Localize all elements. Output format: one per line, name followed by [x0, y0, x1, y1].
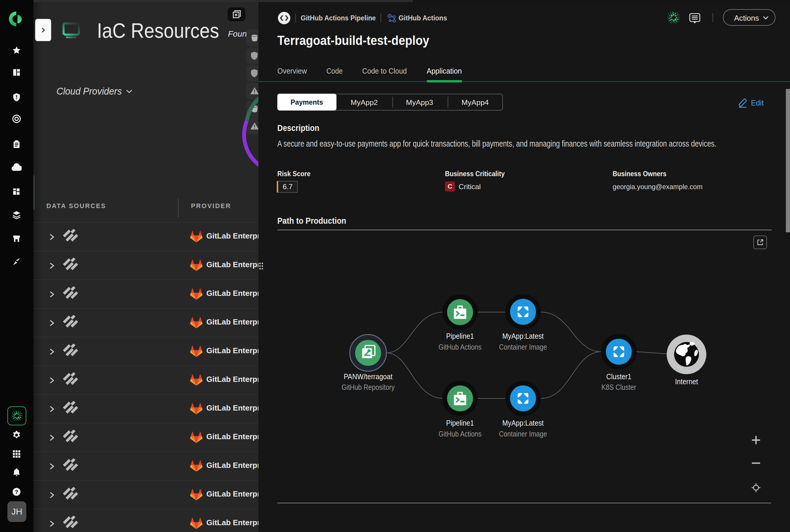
svg-text:?: ? — [15, 489, 18, 495]
